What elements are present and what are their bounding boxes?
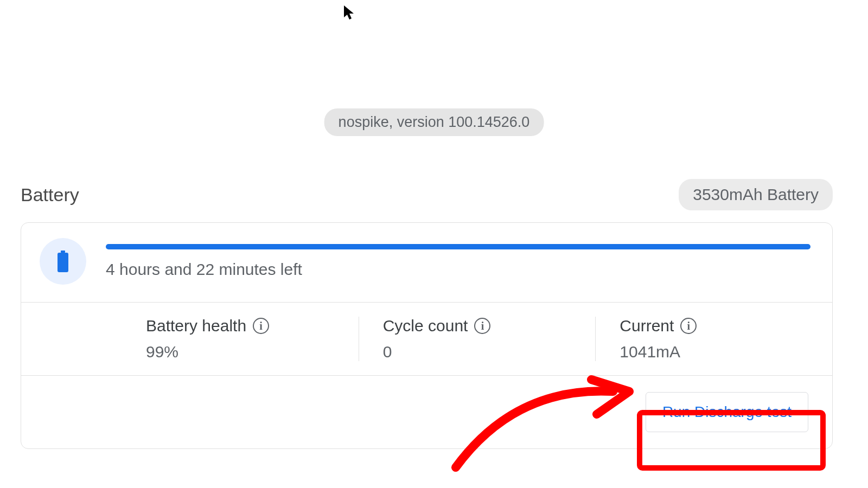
stat-battery-health: Battery health i 99% — [21, 317, 359, 361]
run-discharge-test-button[interactable]: Run Discharge test — [646, 392, 808, 432]
stat-label: Battery health — [146, 317, 246, 335]
battery-card: 4 hours and 22 minutes left Battery heal… — [21, 222, 833, 449]
battery-progress-column: 4 hours and 22 minutes left — [106, 244, 810, 279]
section-title: Battery — [21, 184, 79, 206]
battery-progress-bar — [106, 244, 810, 249]
info-icon[interactable]: i — [680, 318, 697, 334]
stat-value: 1041mA — [620, 343, 808, 361]
stat-value: 0 — [383, 343, 572, 361]
stat-label: Cycle count — [383, 317, 468, 335]
stat-value: 99% — [146, 343, 335, 361]
battery-icon — [40, 238, 86, 285]
battery-stats-row: Battery health i 99% Cycle count i 0 Cur… — [21, 303, 832, 375]
svg-rect-0 — [61, 251, 65, 253]
info-icon[interactable]: i — [474, 318, 490, 334]
battery-capacity-badge: 3530mAh Battery — [679, 179, 833, 210]
battery-card-top: 4 hours and 22 minutes left — [21, 223, 832, 302]
card-footer: Run Discharge test — [21, 376, 832, 448]
version-badge: nospike, version 100.14526.0 — [324, 108, 544, 136]
info-icon[interactable]: i — [253, 318, 269, 334]
cursor-icon — [343, 4, 356, 21]
svg-rect-1 — [58, 253, 68, 272]
stat-cycle-count: Cycle count i 0 — [359, 317, 596, 361]
stat-label: Current — [620, 317, 674, 335]
battery-time-left: 4 hours and 22 minutes left — [106, 260, 810, 279]
stat-current: Current i 1041mA — [596, 317, 832, 361]
section-header: Battery 3530mAh Battery — [21, 179, 833, 210]
